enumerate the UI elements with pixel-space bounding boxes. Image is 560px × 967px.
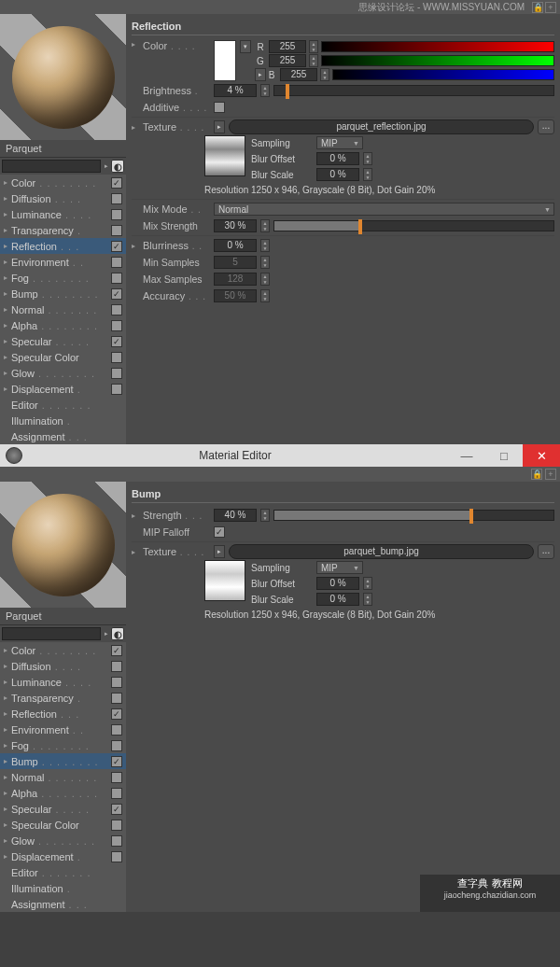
channel-reflection[interactable]: ▸Reflection . . .	[0, 238, 126, 254]
channel-assignment[interactable]: Assignment . . .	[0, 428, 126, 444]
channel-normal[interactable]: ▸Normal . . . . . . .	[0, 301, 126, 317]
channel-displacement[interactable]: ▸Displacement .	[0, 381, 126, 397]
channel-illumination[interactable]: Illumination .	[0, 413, 126, 428]
r-slider[interactable]	[321, 41, 554, 52]
expand-icon[interactable]: ▸	[4, 289, 11, 298]
strength-spinner[interactable]: ▲▼	[260, 509, 270, 522]
channel-checkbox[interactable]	[111, 756, 122, 767]
expand-icon[interactable]: ▸	[4, 242, 11, 250]
g-slider[interactable]	[321, 55, 554, 66]
texture-preview[interactable]	[204, 135, 245, 176]
expand-icon[interactable]: ▸	[4, 836, 11, 845]
expand-icon[interactable]: ▸	[4, 678, 11, 686]
sampling-dropdown[interactable]: MIP	[316, 136, 363, 149]
mix-mode-dropdown[interactable]: Normal	[214, 203, 554, 216]
mix-strength-spinner[interactable]: ▲▼	[260, 219, 270, 232]
channel-checkbox[interactable]	[111, 804, 122, 815]
b-value[interactable]: 255	[280, 68, 317, 81]
expand-icon[interactable]: ▸	[4, 646, 11, 654]
channel-checkbox[interactable]	[111, 772, 122, 783]
expand-icon[interactable]: ▸	[132, 242, 139, 250]
expand-icon[interactable]: ▸	[4, 210, 11, 218]
b-menu-icon[interactable]: ▸	[255, 68, 266, 81]
blur-offset-spinner[interactable]: ▲▼	[363, 152, 372, 165]
channel-environment[interactable]: ▸Environment . .	[0, 254, 126, 270]
channel-glow[interactable]: ▸Glow . . . . . . . .	[0, 365, 126, 381]
expand-icon[interactable]: ▸	[4, 369, 11, 377]
new-icon[interactable]: +	[545, 2, 556, 13]
channel-color[interactable]: ▸Color . . . . . . . .	[0, 642, 126, 658]
channel-transparency[interactable]: ▸Transparency .	[0, 690, 126, 706]
texture-menu-icon[interactable]: ▸	[214, 545, 225, 558]
channel-bump[interactable]: ▸Bump . . . . . . . .	[0, 753, 126, 769]
expand-icon[interactable]: ▸	[4, 662, 11, 670]
mix-strength-value[interactable]: 30 %	[214, 219, 257, 232]
texture-file-field[interactable]: parquet_reflection.jpg	[229, 119, 534, 134]
blur-offset-spinner[interactable]: ▲▼	[363, 577, 372, 590]
name-menu-icon[interactable]: ▸	[103, 627, 109, 640]
channel-checkbox[interactable]	[111, 225, 122, 236]
expand-icon[interactable]: ▸	[4, 194, 11, 203]
channel-bump[interactable]: ▸Bump . . . . . . . .	[0, 286, 126, 301]
expand-icon[interactable]: ▸	[4, 258, 11, 266]
navigate-icon[interactable]: ◐	[111, 160, 124, 173]
mip-falloff-checkbox[interactable]	[214, 526, 225, 538]
channel-alpha[interactable]: ▸Alpha . . . . . . . .	[0, 785, 126, 801]
expand-icon[interactable]: ▸	[4, 725, 11, 734]
expand-icon[interactable]: ▸	[4, 852, 11, 861]
channel-checkbox[interactable]	[111, 677, 122, 688]
expand-icon[interactable]: ▸	[4, 337, 11, 345]
expand-icon[interactable]: ▸	[4, 820, 11, 829]
texture-preview[interactable]	[204, 560, 245, 601]
expand-icon[interactable]: ▸	[4, 709, 11, 718]
expand-icon[interactable]: ▸	[4, 694, 11, 702]
channel-displacement[interactable]: ▸Displacement .	[0, 848, 126, 864]
channel-luminance[interactable]: ▸Luminance . . . .	[0, 674, 126, 690]
expand-icon[interactable]: ▸	[4, 353, 11, 361]
texture-browse-button[interactable]: ...	[538, 544, 554, 559]
expand-icon[interactable]: ▸	[132, 40, 139, 49]
texture-menu-icon[interactable]: ▸	[214, 120, 225, 133]
expand-icon[interactable]: ▸	[4, 273, 11, 282]
channel-checkbox[interactable]	[111, 693, 122, 704]
lock-icon[interactable]: 🔒	[532, 2, 543, 13]
channel-checkbox[interactable]	[111, 645, 122, 656]
expand-icon[interactable]: ▸	[4, 773, 11, 781]
channel-checkbox[interactable]	[111, 288, 122, 300]
channel-diffusion[interactable]: ▸Diffusion . . . .	[0, 190, 126, 206]
g-spinner[interactable]: ▲▼	[309, 54, 318, 67]
material-preview[interactable]	[0, 482, 126, 608]
channel-normal[interactable]: ▸Normal . . . . . . .	[0, 769, 126, 785]
blur-scale-value[interactable]: 0 %	[316, 168, 359, 181]
blur-scale-value[interactable]: 0 %	[316, 593, 359, 606]
channel-alpha[interactable]: ▸Alpha . . . . . . . .	[0, 317, 126, 333]
b-slider[interactable]	[332, 69, 554, 80]
channel-luminance[interactable]: ▸Luminance . . . .	[0, 206, 126, 222]
additive-checkbox[interactable]	[214, 102, 225, 113]
channel-checkbox[interactable]	[111, 352, 122, 363]
channel-reflection[interactable]: ▸Reflection . . .	[0, 706, 126, 722]
channel-checkbox[interactable]	[111, 209, 122, 220]
material-name-input[interactable]	[2, 160, 101, 173]
channel-checkbox[interactable]	[111, 851, 122, 862]
expand-icon[interactable]: ▸	[132, 512, 139, 520]
blur-scale-spinner[interactable]: ▲▼	[363, 168, 372, 181]
channel-checkbox[interactable]	[111, 257, 122, 268]
channel-checkbox[interactable]	[111, 368, 122, 379]
new-icon[interactable]: +	[545, 469, 556, 480]
channel-editor[interactable]: Editor . . . . . . .	[0, 864, 126, 880]
channel-fog[interactable]: ▸Fog . . . . . . . .	[0, 737, 126, 753]
expand-icon[interactable]: ▸	[132, 548, 139, 556]
blurriness-spinner[interactable]: ▲▼	[260, 239, 270, 252]
sampling-dropdown[interactable]: MIP	[316, 561, 363, 574]
channel-checkbox[interactable]	[111, 835, 122, 847]
channel-transparency[interactable]: ▸Transparency .	[0, 222, 126, 238]
channel-fog[interactable]: ▸Fog . . . . . . . .	[0, 270, 126, 286]
texture-browse-button[interactable]: ...	[538, 119, 554, 134]
mix-strength-slider[interactable]	[273, 220, 554, 231]
channel-checkbox[interactable]	[111, 241, 122, 252]
expand-icon[interactable]: ▸	[4, 226, 11, 234]
channel-checkbox[interactable]	[111, 273, 122, 284]
channel-checkbox[interactable]	[111, 384, 122, 395]
expand-icon[interactable]: ▸	[4, 741, 11, 750]
